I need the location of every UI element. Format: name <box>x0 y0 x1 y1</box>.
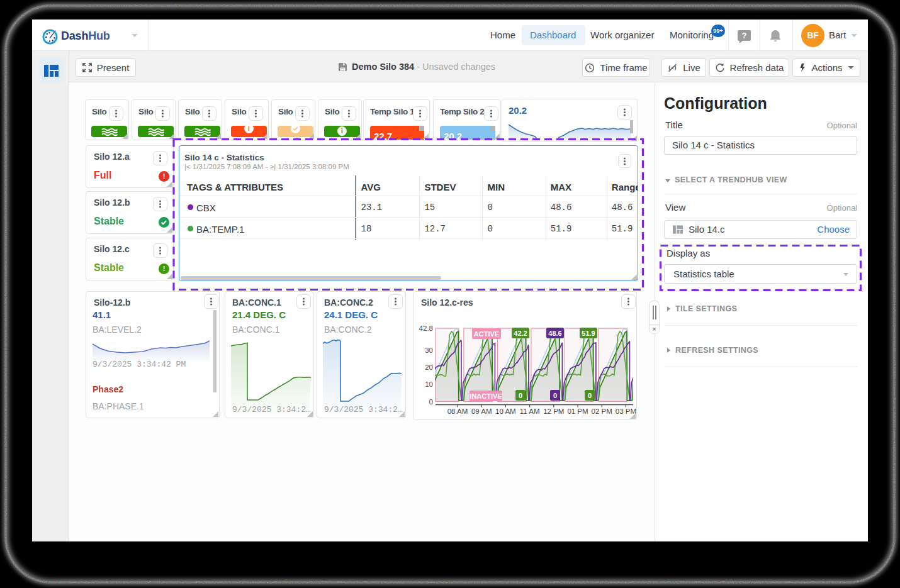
svg-text:08 AM: 08 AM <box>447 408 468 415</box>
svg-text:11 AM: 11 AM <box>520 408 540 415</box>
svg-text:10: 10 <box>425 380 433 388</box>
svg-text:42.8: 42.8 <box>419 325 433 332</box>
svg-text:42.2: 42.2 <box>514 330 527 337</box>
svg-text:01 PM: 01 PM <box>567 408 588 415</box>
svg-text:10 AM: 10 AM <box>495 408 516 415</box>
svg-text:09 AM: 09 AM <box>471 408 492 415</box>
svg-text:0: 0 <box>519 392 522 399</box>
svg-text:30: 30 <box>425 347 433 354</box>
svg-text:0: 0 <box>553 392 557 399</box>
svg-text:0: 0 <box>429 398 433 406</box>
svg-text:02 PM: 02 PM <box>592 408 612 415</box>
svg-text:INACTIVE: INACTIVE <box>470 392 502 400</box>
svg-text:48.6: 48.6 <box>548 330 561 337</box>
svg-text:ACTIVE: ACTIVE <box>474 330 499 338</box>
svg-text:0: 0 <box>588 392 592 399</box>
svg-text:51.9: 51.9 <box>582 330 595 337</box>
svg-text:?: ? <box>742 31 747 40</box>
svg-text:12 PM: 12 PM <box>543 408 564 415</box>
svg-text:20: 20 <box>425 363 433 371</box>
